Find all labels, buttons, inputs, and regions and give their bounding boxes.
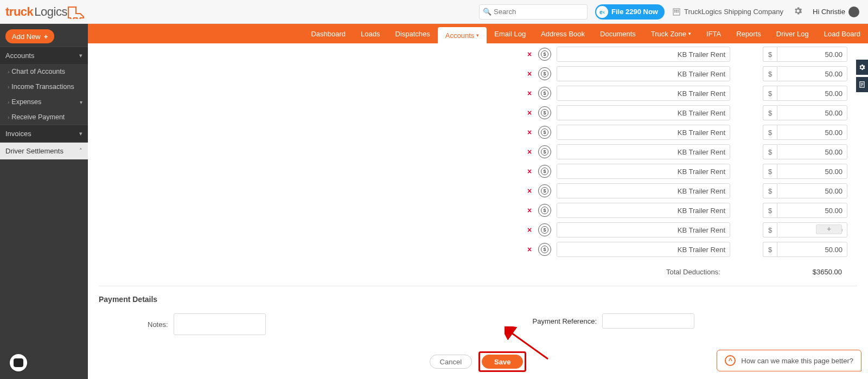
logo[interactable]: truckLogics [5,5,89,19]
payment-reference-input[interactable] [602,313,694,329]
delete-row-button[interactable]: × [526,50,533,59]
nav-reports[interactable]: Reports [729,24,769,43]
sidebar-section-accounts[interactable]: Accounts ▾ [0,47,88,64]
deduction-amount-input[interactable] [777,125,847,140]
deduction-amount-input[interactable] [777,183,847,198]
deduction-amount-input[interactable] [777,242,847,257]
deduction-amount-input[interactable] [777,47,847,62]
payment-details-heading: Payment Details [99,295,857,304]
chevron-down-icon: ▾ [688,31,691,36]
nav-ifta[interactable]: IFTA [699,24,729,43]
logo-text-logics: Logics [34,5,67,19]
deduction-row: ×$$ [526,183,857,198]
nav-loads[interactable]: Loads [353,24,387,43]
deduction-amount-input[interactable] [777,105,847,120]
add-new-button[interactable]: Add New + [5,29,54,43]
gear-icon [793,6,803,16]
sidebar-section-driver-settlements[interactable]: Driver Settlements ˄ [0,142,88,159]
notes-label: Notes: [148,320,168,329]
chevron-down-icon: ▾ [79,130,82,137]
delete-row-button[interactable]: × [526,245,533,254]
delete-row-button[interactable]: × [526,167,533,176]
delete-row-button[interactable]: × [526,147,533,156]
deduction-amount-input[interactable] [777,144,847,159]
deduction-description-input[interactable] [557,183,730,198]
settings-button[interactable] [793,6,803,17]
deduction-description-input[interactable] [557,164,730,179]
deduction-description-input[interactable] [557,66,730,81]
money-icon: $ [538,48,551,61]
deduction-description-input[interactable] [557,47,730,62]
nav-load-board[interactable]: Load Board [816,24,868,43]
nav-address-book[interactable]: Address Book [533,24,592,43]
currency-label: $ [763,86,777,101]
nav-documents[interactable]: Documents [592,24,643,43]
nav-accounts[interactable]: Accounts▾ [438,27,487,43]
deduction-description-input[interactable] [557,144,730,159]
total-deductions-label: Total Deductions: [666,268,720,276]
money-icon: $ [538,67,551,80]
deduction-amount-input[interactable] [777,66,847,81]
cancel-button[interactable]: Cancel [430,355,472,369]
sidebar-section-label: Accounts [5,52,34,60]
search-input[interactable] [479,4,588,20]
currency-label: $ [763,105,777,120]
nav-truck-zone[interactable]: Truck Zone▾ [643,24,699,43]
chevron-right-icon: › [8,69,9,75]
sidebar-item-expenses[interactable]: ›Expenses▾ [0,94,88,110]
deduction-description-input[interactable] [557,105,730,120]
deduction-row: ×$$ [526,222,857,237]
chevron-right-icon: › [8,84,9,90]
money-icon: $ [538,184,551,197]
save-button[interactable]: Save [482,355,523,369]
deduction-description-input[interactable] [557,203,730,218]
delete-row-button[interactable]: × [526,108,533,117]
sidebar-item-chart-of-accounts[interactable]: ›Chart of Accounts [0,64,88,79]
delete-row-button[interactable]: × [526,89,533,98]
main-content: ×$$×$$×$$×$$×$$×$$×$$×$$×$$×$$×$$ Total … [88,43,868,379]
deduction-description-input[interactable] [557,242,730,257]
currency-label: $ [763,125,777,140]
file-2290-button[interactable]: e‹ File 2290 Now [595,4,665,20]
right-widget-notes[interactable] [856,77,868,92]
add-deduction-button[interactable]: + [816,224,842,234]
deduction-amount-input[interactable] [777,203,847,218]
deduction-row: ×$$ [526,164,857,179]
plus-icon: + [44,33,48,41]
currency-label: $ [763,242,777,257]
delete-row-button[interactable]: × [526,226,533,234]
right-widget-settings[interactable] [856,60,868,75]
search-icon: 🔍 [483,8,492,16]
feedback-icon: ^ [725,355,736,366]
delete-row-button[interactable]: × [526,206,533,215]
deduction-description-input[interactable] [557,86,730,101]
svg-rect-4 [674,11,675,12]
delete-row-button[interactable]: × [526,187,533,195]
delete-row-button[interactable]: × [526,128,533,137]
deduction-row: ×$$ [526,66,857,81]
feedback-button[interactable]: ^ How can we make this page better? [717,350,861,371]
chat-bubble[interactable] [10,354,27,371]
nav-email-log[interactable]: Email Log [487,24,533,43]
sidebar-section-invoices[interactable]: Invoices ▾ [0,125,88,142]
feedback-label: How can we make this page better? [741,357,853,365]
nav-dispatches[interactable]: Dispatches [388,24,438,43]
svg-rect-1 [674,10,675,11]
company-selector[interactable]: TruckLogics Shipping Company [672,8,783,16]
sidebar-item-receive-payment[interactable]: ›Receive Payment [0,110,88,125]
notes-field-group: Notes: [99,313,266,335]
nav-driver-log[interactable]: Driver Log [769,24,816,43]
deduction-amount-input[interactable] [777,86,847,101]
nav-dashboard[interactable]: Dashboard [303,24,353,43]
deduction-amount-input[interactable] [777,164,847,179]
money-icon: $ [538,165,551,178]
notes-textarea[interactable] [174,313,266,335]
deduction-description-input[interactable] [557,222,730,237]
delete-row-button[interactable]: × [526,69,533,78]
money-icon: $ [538,204,551,217]
sidebar-item-income-transactions[interactable]: ›Income Transactions [0,79,88,94]
user-greeting[interactable]: Hi Christie [813,7,859,17]
payment-reference-group: Payment Reference: [532,313,694,329]
deductions-list: ×$$×$$×$$×$$×$$×$$×$$×$$×$$×$$×$$ [526,47,857,257]
deduction-description-input[interactable] [557,125,730,140]
